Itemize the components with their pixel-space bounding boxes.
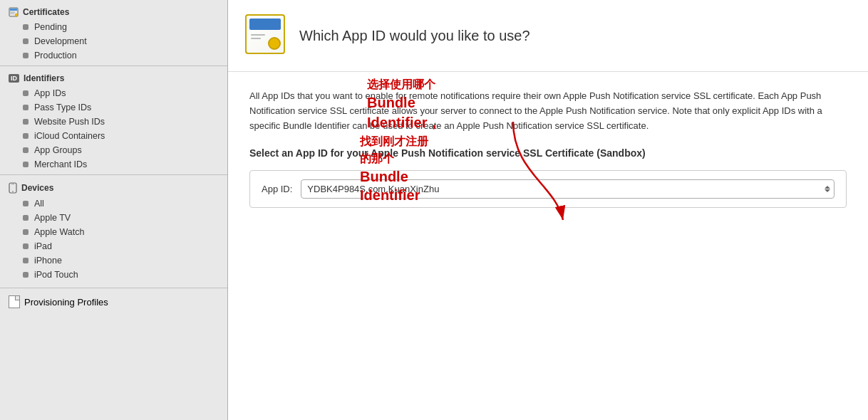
provisioning-profiles-icon <box>9 295 20 308</box>
pending-label: Pending <box>34 22 67 32</box>
id-badge: ID <box>9 74 19 83</box>
content-inner: Which App ID would you like to use? All … <box>228 0 868 420</box>
ipad-label: iPad <box>34 241 52 251</box>
certificate-icon <box>9 7 19 17</box>
certificates-section: Certificates Pending Development Product… <box>0 3 227 63</box>
content-header: Which App ID would you like to use? <box>228 0 868 72</box>
certificates-label: Certificates <box>23 7 69 17</box>
sidebar-item-website-push-ids[interactable]: Website Push IDs <box>0 115 227 129</box>
sidebar-item-icloud-containers[interactable]: iCloud Containers <box>0 129 227 143</box>
apple-tv-dot <box>23 215 29 221</box>
sidebar: Certificates Pending Development Product… <box>0 0 228 420</box>
sidebar-item-merchant-ids[interactable]: Merchant IDs <box>0 157 227 172</box>
page-title: Which App ID would you like to use? <box>299 28 530 44</box>
iphone-label: iPhone <box>34 256 62 266</box>
merchant-ids-dot <box>23 162 29 167</box>
sidebar-item-iphone[interactable]: iPhone <box>0 253 227 268</box>
app-ids-label: App IDs <box>34 88 66 98</box>
description-text: All App IDs that you want to enable for … <box>249 89 847 133</box>
all-dot <box>23 201 29 206</box>
svg-point-6 <box>12 191 14 192</box>
divider-3 <box>0 288 227 288</box>
apple-watch-label: Apple Watch <box>34 227 84 237</box>
certificate-icon-large <box>245 14 288 57</box>
iphone-dot <box>23 258 29 263</box>
app-groups-dot <box>23 147 29 153</box>
pass-type-ids-label: Pass Type IDs <box>34 103 91 112</box>
icloud-dot <box>23 133 29 139</box>
sidebar-item-app-groups[interactable]: App Groups <box>0 143 227 157</box>
sidebar-item-all[interactable]: All <box>0 196 227 211</box>
pass-type-ids-dot <box>23 105 29 110</box>
devices-section: Devices All Apple TV Apple Watch iPad iP… <box>0 178 227 282</box>
sidebar-item-apple-watch[interactable]: Apple Watch <box>0 225 227 239</box>
identifiers-label: Identifiers <box>24 73 64 83</box>
development-label: Development <box>34 36 87 46</box>
development-dot <box>23 38 29 44</box>
apple-watch-dot <box>23 229 29 235</box>
app-id-select-wrapper: YDBK4P984S.com.KuanXinZhu <box>301 179 835 199</box>
sidebar-item-ipad[interactable]: iPad <box>0 239 227 253</box>
sidebar-item-development[interactable]: Development <box>0 34 227 48</box>
pending-dot <box>23 24 29 30</box>
app-ids-dot <box>23 90 29 96</box>
all-label: All <box>34 199 44 209</box>
ipod-touch-label: iPod Touch <box>34 270 78 280</box>
sidebar-item-app-ids[interactable]: App IDs <box>0 86 227 100</box>
content-body: All App IDs that you want to enable for … <box>228 72 868 225</box>
apple-tv-label: Apple TV <box>34 213 71 223</box>
app-groups-label: App Groups <box>34 145 82 155</box>
website-push-ids-label: Website Push IDs <box>34 117 105 127</box>
app-id-field-label: App ID: <box>262 184 292 194</box>
production-dot <box>23 53 29 58</box>
divider-1 <box>0 65 227 66</box>
ipod-touch-dot <box>23 272 29 278</box>
devices-icon <box>9 182 17 194</box>
annotation-container: All App IDs that you want to enable for … <box>228 72 868 225</box>
provisioning-profiles-label: Provisioning Profiles <box>24 297 108 308</box>
merchant-ids-label: Merchant IDs <box>34 159 87 169</box>
icloud-containers-label: iCloud Containers <box>34 131 105 141</box>
certificates-header: Certificates <box>0 3 227 20</box>
sidebar-item-ipod-touch[interactable]: iPod Touch <box>0 268 227 282</box>
devices-label: Devices <box>21 183 53 193</box>
divider-2 <box>0 174 227 175</box>
sidebar-item-pass-type-ids[interactable]: Pass Type IDs <box>0 100 227 115</box>
devices-header: Devices <box>0 178 227 196</box>
select-label: Select an App ID for your Apple Push Not… <box>249 147 847 159</box>
svg-rect-1 <box>10 9 17 11</box>
app-id-selector: App ID: YDBK4P984S.com.KuanXinZhu <box>249 170 847 208</box>
production-label: Production <box>34 51 77 61</box>
ipad-dot <box>23 243 29 249</box>
identifiers-section: ID Identifiers App IDs Pass Type IDs Web… <box>0 69 227 172</box>
sidebar-item-apple-tv[interactable]: Apple TV <box>0 211 227 225</box>
app-id-select[interactable]: YDBK4P984S.com.KuanXinZhu <box>301 179 835 199</box>
provisioning-profiles-section: Provisioning Profiles <box>0 291 227 313</box>
identifiers-header: ID Identifiers <box>0 69 227 86</box>
website-push-ids-dot <box>23 119 29 125</box>
sidebar-item-pending[interactable]: Pending <box>0 20 227 34</box>
svg-point-4 <box>15 14 18 16</box>
sidebar-item-production[interactable]: Production <box>0 48 227 63</box>
main-content: Which App ID would you like to use? All … <box>228 0 868 420</box>
